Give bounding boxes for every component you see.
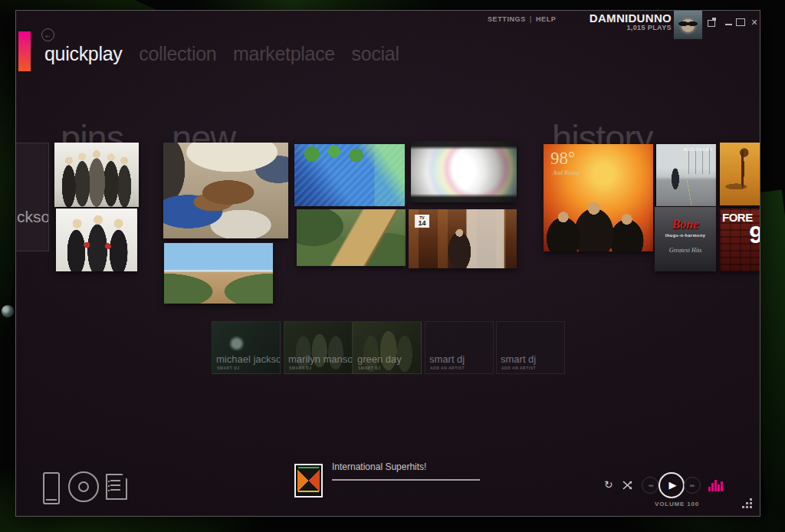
playlist-icon[interactable] [106, 474, 127, 500]
device-sync-icon[interactable] [43, 472, 60, 504]
cd-disc-icon[interactable] [68, 471, 99, 502]
next-button[interactable]: ▶▶ [684, 477, 701, 494]
album-artist-bone: thugs-n-harmony [655, 233, 716, 238]
smart-dj-sublabel: SMART DJ [289, 366, 312, 370]
smart-dj-tile-michael-jackson[interactable]: michael jackso SMART DJ [212, 321, 281, 374]
zune-window: SETTINGS|HELP DAMNIDUNNO 1,015 PLAYS ✕ ←… [15, 10, 760, 517]
main-nav: quickplay collection marketplace social [44, 43, 411, 65]
close-button[interactable]: ✕ [748, 17, 760, 28]
album-title-bone: Bone [655, 218, 716, 232]
smart-dj-tile-add-artist[interactable]: smart dj ADD AN ARTIST [425, 321, 494, 374]
equalizer-icon[interactable] [708, 477, 727, 494]
now-playing-album-art[interactable] [294, 464, 323, 498]
tv-rating-badge: TV 14 [415, 215, 429, 228]
smart-dj-label: michael jackso [216, 353, 281, 365]
new-tile-dog-photo[interactable] [163, 143, 288, 238]
minimize-button[interactable] [724, 17, 736, 28]
smart-dj-label: green day [357, 353, 402, 365]
accent-gradient-bar [18, 31, 31, 71]
smart-dj-tile-add-artist[interactable]: smart dj ADD AN ARTIST [496, 321, 565, 374]
new-tile-tv-show-video[interactable]: TV 14 [409, 209, 517, 268]
smart-dj-label: smart dj [429, 353, 465, 365]
tv-rating-line2: 14 [415, 220, 429, 227]
smart-dj-sublabel: SMART DJ [358, 366, 381, 370]
album-subtitle-and-rising: And Rising [553, 169, 580, 176]
previous-button[interactable]: ◀◀ [642, 477, 659, 494]
partial-tile-label: ckso [17, 208, 49, 226]
smart-dj-label: marilyn manso [288, 353, 353, 365]
pinned-tile-partial-michael-jackson[interactable]: ckso [16, 143, 49, 251]
album-title-fore: FORE [722, 211, 753, 224]
album-title-9: 9 [749, 221, 760, 249]
back-arrow-icon: ← [44, 31, 52, 39]
history-tile-recovery[interactable]: RECOVERY [656, 144, 716, 206]
back-button[interactable]: ← [41, 28, 54, 41]
smart-dj-sublabel: ADD AN ARTIST [501, 366, 536, 370]
album-subtitle-bone: Greatest Hits [655, 247, 716, 254]
pinned-tile-green-day[interactable] [56, 209, 137, 271]
new-tile-backyard-photo[interactable] [297, 209, 406, 266]
nav-item-collection[interactable]: collection [139, 43, 216, 64]
nav-item-social[interactable]: social [352, 43, 399, 64]
nav-item-marketplace[interactable]: marketplace [233, 43, 335, 64]
album-title-recovery: RECOVERY [684, 147, 713, 152]
pinned-tile-marilyn-manson[interactable] [54, 143, 139, 207]
shuffle-icon[interactable] [622, 480, 634, 490]
mini-player-button[interactable] [707, 17, 719, 28]
history-tile-98-degrees[interactable]: 98° And Rising [544, 144, 653, 251]
new-tile-dirt-road-photo[interactable] [164, 243, 273, 304]
avatar[interactable] [674, 11, 702, 39]
volume-label: VOLUME 100 [639, 501, 715, 507]
history-tile-bone-thugs[interactable]: Bone thugs-n-harmony Greatest Hits [655, 207, 716, 271]
new-tile-minecraft-video[interactable] [294, 144, 405, 206]
smart-dj-sublabel: ADD AN ARTIST [430, 366, 465, 370]
smart-dj-label: smart dj [501, 353, 536, 365]
new-tile-bright-video[interactable] [411, 141, 517, 202]
repeat-icon[interactable]: ↻ [604, 478, 613, 491]
now-playing-title: International Superhits! [332, 461, 426, 472]
album-title-98: 98° [550, 149, 575, 169]
smart-dj-sublabel: SMART DJ [217, 366, 240, 370]
nav-item-quickplay[interactable]: quickplay [44, 43, 123, 64]
history-tile-forever-90s[interactable]: FORE 9 [720, 209, 760, 271]
maximize-button[interactable] [735, 17, 747, 28]
play-icon: ▶ [669, 479, 677, 491]
play-button[interactable]: ▶ [659, 472, 685, 498]
smart-dj-tile-green-day[interactable]: green day SMART DJ [353, 321, 422, 374]
username-label[interactable]: DAMNIDUNNO [495, 11, 672, 25]
water-droplet-decoration [2, 305, 14, 317]
playback-progress-bar[interactable] [332, 479, 480, 481]
plays-count: 1,015 PLAYS [495, 24, 672, 31]
resize-grip[interactable] [741, 498, 754, 511]
history-tile-orange-album[interactable] [720, 143, 760, 205]
album-art-detail [682, 148, 714, 174]
smart-dj-tile-marilyn-manson[interactable]: marilyn manso SMART DJ [284, 321, 353, 374]
